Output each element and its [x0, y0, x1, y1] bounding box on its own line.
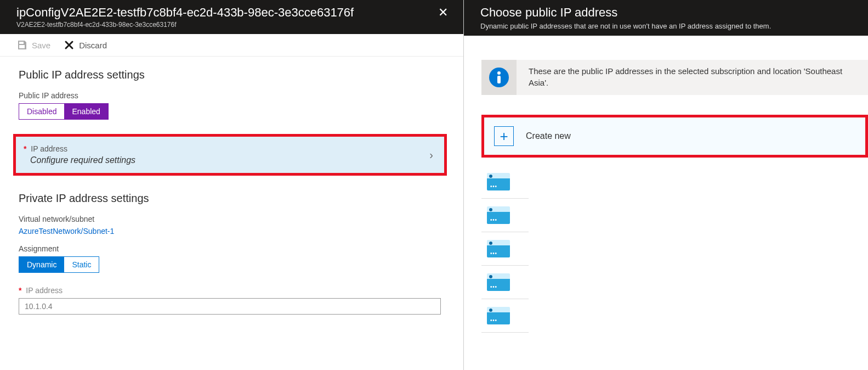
info-banner: These are the public IP addresses in the…	[481, 60, 868, 95]
public-ip-item[interactable]	[481, 199, 529, 232]
ip-address-label: IP address	[31, 144, 67, 153]
public-ip-icon	[487, 240, 510, 257]
public-ip-list	[481, 165, 529, 333]
toggle-enabled[interactable]: Enabled	[64, 104, 107, 119]
left-blade: ipConfigV2AE2E2-testfb7c8bf4-ec2d-433b-9…	[0, 0, 464, 370]
create-new-label: Create new	[526, 131, 571, 141]
discard-icon	[64, 40, 75, 51]
toggle-dynamic[interactable]: Dynamic	[19, 257, 64, 272]
required-indicator: *	[24, 144, 26, 153]
discard-button[interactable]: Discard	[64, 40, 107, 51]
ip-field-label: IP address	[26, 286, 63, 295]
info-text: These are the public IP addresses in the…	[529, 60, 860, 94]
info-icon	[481, 60, 517, 95]
save-icon	[16, 40, 27, 51]
save-label: Save	[32, 41, 50, 50]
private-section-title: Private IP address settings	[19, 192, 447, 205]
public-ip-item[interactable]	[481, 266, 529, 299]
configure-ip-selector[interactable]: * IP address Configure required settings…	[16, 137, 444, 173]
toggle-static[interactable]: Static	[64, 257, 99, 272]
close-icon[interactable]: ✕	[434, 5, 452, 20]
public-ip-icon	[487, 206, 510, 224]
breadcrumb: V2AE2E2-testfb7c8bf4-ec2d-433b-98ec-3e3c…	[16, 21, 434, 29]
ip-address-input[interactable]	[19, 298, 441, 315]
svg-rect-2	[497, 76, 501, 83]
public-ip-item[interactable]	[481, 165, 529, 199]
assignment-label: Assignment	[19, 244, 447, 253]
ip-address-highlight: * IP address Configure required settings…	[13, 134, 447, 176]
public-ip-icon	[487, 307, 510, 324]
create-new-button[interactable]: + Create new	[484, 117, 865, 155]
plus-icon: +	[494, 126, 514, 146]
right-blade: Choose public IP address Dynamic public …	[464, 0, 868, 370]
public-ip-icon	[487, 273, 510, 291]
public-ip-label: Public IP address	[19, 91, 447, 100]
public-section-title: Public IP address settings	[19, 69, 447, 81]
right-title: Choose public IP address	[480, 5, 857, 20]
assignment-toggle[interactable]: Dynamic Static	[19, 256, 99, 273]
discard-label: Discard	[79, 41, 107, 50]
create-new-highlight: + Create new	[481, 115, 868, 158]
vnet-label: Virtual network/subnet	[19, 215, 447, 223]
left-content: Public IP address settings Public IP add…	[0, 57, 463, 370]
public-ip-item[interactable]	[481, 232, 529, 266]
public-ip-toggle[interactable]: Disabled Enabled	[19, 103, 109, 120]
blade-title: ipConfigV2AE2E2-testfb7c8bf4-ec2d-433b-9…	[16, 5, 434, 20]
vnet-link[interactable]: AzureTestNetwork/Subnet-1	[19, 227, 447, 236]
configure-text: Configure required settings	[24, 155, 435, 165]
public-ip-item[interactable]	[481, 299, 529, 333]
right-content: These are the public IP addresses in the…	[464, 36, 868, 333]
left-header: ipConfigV2AE2E2-testfb7c8bf4-ec2d-433b-9…	[0, 0, 463, 34]
public-ip-icon	[487, 173, 510, 190]
toolbar: Save Discard	[0, 34, 463, 57]
toggle-disabled[interactable]: Disabled	[19, 104, 64, 119]
right-desc: Dynamic public IP addresses that are not…	[480, 22, 857, 30]
right-header: Choose public IP address Dynamic public …	[464, 0, 868, 36]
required-indicator-ip: *	[19, 286, 21, 295]
save-button[interactable]: Save	[16, 40, 50, 51]
chevron-right-icon: ›	[429, 149, 433, 161]
svg-point-1	[497, 71, 501, 75]
